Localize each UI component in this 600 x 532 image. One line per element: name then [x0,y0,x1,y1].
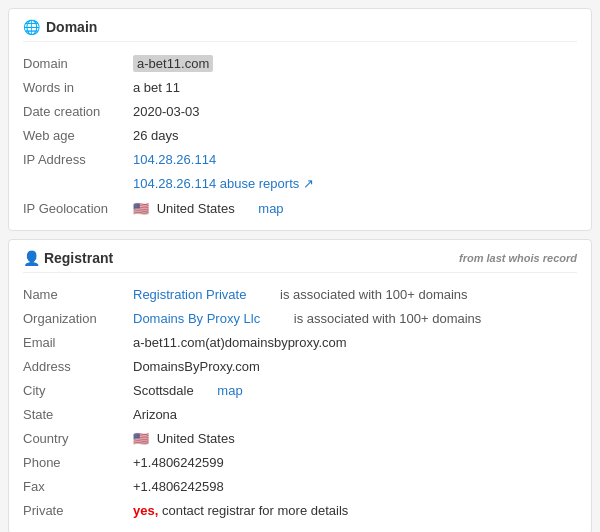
organization-label: Organization [23,311,133,326]
ip-geolocation-label: IP Geolocation [23,201,133,216]
date-creation-row: Date creation 2020-03-03 [23,100,577,124]
ip-address-row: IP Address 104.28.26.114 [23,148,577,172]
registrant-header-left: 👤 Registrant [23,250,113,266]
date-creation-value: 2020-03-03 [133,104,577,119]
country-name: United States [157,431,235,446]
email-row: Email a-bet11.com(at)domainsbyproxy.com [23,331,577,355]
us-flag: 🇺🇸 [133,201,149,216]
domain-header: 🌐 Domain [23,19,577,42]
phone-value: +1.4806242599 [133,455,577,470]
ip-geolocation-row: IP Geolocation 🇺🇸 United States map [23,196,577,220]
phone-row: Phone +1.4806242599 [23,451,577,475]
private-value: yes, contact registrar for more details [133,503,577,518]
registrant-section: 👤 Registrant from last whois record Name… [8,239,592,532]
registrant-icon: 👤 [23,250,40,266]
state-label: State [23,407,133,422]
private-text: contact registrar for more details [162,503,348,518]
city-label: City [23,383,133,398]
ip-geolocation-map-link[interactable]: map [258,201,283,216]
domain-title: Domain [46,19,97,35]
ip-address-label: IP Address [23,152,133,167]
fax-value: +1.4806242598 [133,479,577,494]
name-row: Name Registration Private is associated … [23,283,577,307]
private-label: Private [23,503,133,518]
ip-geolocation-country: United States [157,201,235,216]
city-row: City Scottsdale map [23,379,577,403]
email-value: a-bet11.com(at)domainsbyproxy.com [133,335,577,350]
domain-section: 🌐 Domain Domain a-bet11.com Words in a b… [8,8,592,231]
country-label: Country [23,431,133,446]
name-value: Registration Private is associated with … [133,287,577,302]
state-value: Arizona [133,407,577,422]
address-label: Address [23,359,133,374]
phone-label: Phone [23,455,133,470]
organization-extra: is associated with 100+ domains [294,311,482,326]
registrant-title: Registrant [44,250,113,266]
private-row: Private yes, contact registrar for more … [23,499,577,523]
email-label: Email [23,335,133,350]
name-label: Name [23,287,133,302]
address-value: DomainsByProxy.com [133,359,577,374]
name-link[interactable]: Registration Private [133,287,246,302]
ip-address-link[interactable]: 104.28.26.114 [133,152,216,167]
registrant-header: 👤 Registrant from last whois record [23,250,577,273]
abuse-value: 104.28.26.114 abuse reports ↗ [133,176,577,191]
name-extra: is associated with 100+ domains [280,287,468,302]
ip-address-value: 104.28.26.114 [133,152,577,167]
private-yes: yes, [133,503,158,518]
web-age-label: Web age [23,128,133,143]
words-in-label: Words in [23,80,133,95]
country-flag: 🇺🇸 [133,431,149,446]
city-map-link[interactable]: map [217,383,242,398]
country-value: 🇺🇸 United States [133,431,577,446]
fax-label: Fax [23,479,133,494]
words-in-value: a bet 11 [133,80,577,95]
domain-row: Domain a-bet11.com [23,52,577,76]
state-row: State Arizona [23,403,577,427]
fax-row: Fax +1.4806242598 [23,475,577,499]
domain-value: a-bet11.com [133,56,577,71]
city-name: Scottsdale [133,383,194,398]
date-creation-label: Date creation [23,104,133,119]
ip-geolocation-value: 🇺🇸 United States map [133,201,577,216]
domain-highlight: a-bet11.com [133,55,213,72]
web-age-value: 26 days [133,128,577,143]
organization-link[interactable]: Domains By Proxy Llc [133,311,260,326]
abuse-link[interactable]: 104.28.26.114 abuse reports ↗ [133,176,314,191]
country-row: Country 🇺🇸 United States [23,427,577,451]
web-age-row: Web age 26 days [23,124,577,148]
page-container: 🌐 Domain Domain a-bet11.com Words in a b… [0,8,600,532]
abuse-reports-row: 104.28.26.114 abuse reports ↗ [23,172,577,196]
words-in-row: Words in a bet 11 [23,76,577,100]
domain-icon: 🌐 [23,19,40,35]
address-row: Address DomainsByProxy.com [23,355,577,379]
organization-value: Domains By Proxy Llc is associated with … [133,311,577,326]
domain-label: Domain [23,56,133,71]
organization-row: Organization Domains By Proxy Llc is ass… [23,307,577,331]
from-last-record: from last whois record [459,252,577,264]
city-value: Scottsdale map [133,383,577,398]
